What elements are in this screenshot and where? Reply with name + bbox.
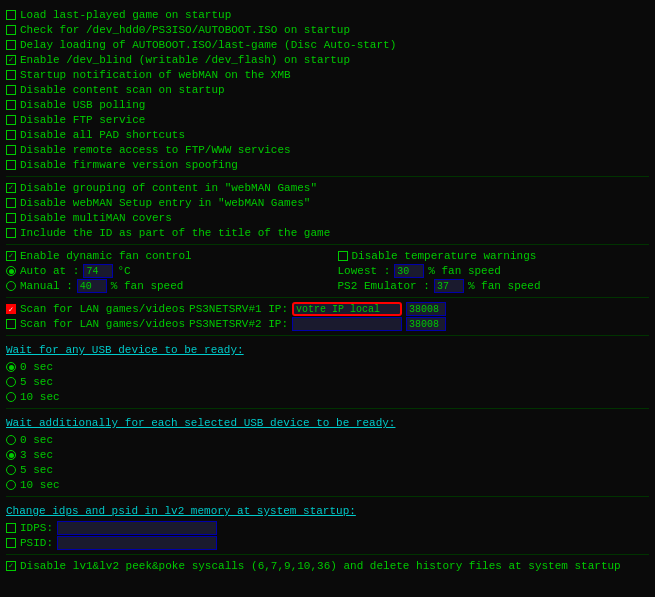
idps-section: Change idps and psid in lv2 memory at sy… [6,496,649,554]
auto-fan-rb[interactable] [6,266,16,276]
startup-notif-row: Startup notification of webMAN on the XM… [6,68,649,82]
scan2-srv: PS3NETSRV#2 IP: [189,318,288,330]
disable-temp-cb[interactable] [338,251,348,261]
usb-wait-10s-row: 10 sec [6,390,649,404]
delay-autoboot-cb[interactable] [6,40,16,50]
enable-dynamic-fan-row: Enable dynamic fan control [6,249,318,263]
disable-pad-label: Disable all PAD shortcuts [20,128,185,142]
usb-wait2-5s-row: 5 sec [6,463,649,477]
enable-dynamic-fan-cb[interactable] [6,251,16,261]
idps-cb[interactable] [6,523,16,533]
idps-title: Change idps and psid in lv2 memory at sy… [6,504,356,518]
idps-label: IDPS: [20,522,53,534]
psid-label: PSID: [20,537,53,549]
disable-remote-cb[interactable] [6,145,16,155]
startup-section: Load last-played game on startup Check f… [6,4,649,176]
lan-section: Scan for LAN games/videos PS3NETSRV#1 IP… [6,297,649,335]
delay-autoboot-label: Delay loading of AUTOBOOT.ISO/last-game … [20,38,396,52]
usb-wait2-5s-label: 5 sec [20,463,53,477]
load-last-game-cb[interactable] [6,10,16,20]
usb-wait2-3s-label: 3 sec [20,448,53,462]
load-last-game-row: Load last-played game on startup [6,8,649,22]
startup-notif-cb[interactable] [6,70,16,80]
disable-content-scan-label: Disable content scan on startup [20,83,225,97]
usb-wait2-5s-rb[interactable] [6,465,16,475]
main-container: Load last-played game on startup Check f… [0,0,655,581]
disable-firmware-cb[interactable] [6,160,16,170]
disable-pad-cb[interactable] [6,130,16,140]
load-last-game-label: Load last-played game on startup [20,8,231,22]
scan2-port-input[interactable] [406,317,446,331]
scan1-cb[interactable] [6,304,16,314]
manual-speed-input[interactable] [77,279,107,293]
disable-multiman-cb[interactable] [6,213,16,223]
disable-temp-label: Disable temperature warnings [352,249,537,263]
disable-setup-cb[interactable] [6,198,16,208]
usb-wait2-0s-label: 0 sec [20,433,53,447]
manual-unit: % fan speed [111,280,184,292]
enable-dynamic-fan-label: Enable dynamic fan control [20,249,192,263]
disable-grouping-row: Disable grouping of content in "webMAN G… [6,181,649,195]
idps-row: IDPS: [6,521,649,535]
disable-content-scan-cb[interactable] [6,85,16,95]
scan2-ip-input[interactable] [292,317,402,331]
disable-remote-label: Disable remote access to FTP/WWW service… [20,143,291,157]
disable-firmware-row: Disable firmware version spoofing [6,158,649,172]
include-id-label: Include the ID as part of the title of t… [20,226,330,240]
disable-multiman-label: Disable multiMAN covers [20,211,172,225]
psid-cb[interactable] [6,538,16,548]
check-ps3iso-cb[interactable] [6,25,16,35]
disable-usb-polling-label: Disable USB polling [20,98,145,112]
idps-input[interactable] [57,521,217,535]
usb-wait-0s-row: 0 sec [6,360,649,374]
auto-label: Auto at : [20,265,79,277]
disable-multiman-row: Disable multiMAN covers [6,211,649,225]
manual-fan-rb[interactable] [6,281,16,291]
auto-temp-input[interactable] [83,264,113,278]
usb-wait2-0s-row: 0 sec [6,433,649,447]
usb-wait-0s-label: 0 sec [20,360,53,374]
enable-dev-blind-row: Enable /dev_blind (writable /dev_flash) … [6,53,649,67]
auto-unit: °C [117,265,130,277]
usb-wait2-10s-label: 10 sec [20,478,60,492]
ps2-unit: % fan speed [468,280,541,292]
lowest-speed-input[interactable] [394,264,424,278]
disable-setup-label: Disable webMAN Setup entry in "webMAN Ga… [20,196,310,210]
disable-ftp-cb[interactable] [6,115,16,125]
scan1-ip-input[interactable] [292,302,402,316]
usb-wait2-3s-rb[interactable] [6,450,16,460]
scan2-cb[interactable] [6,319,16,329]
idps-title-row: Change idps and psid in lv2 memory at sy… [6,501,649,520]
usb-wait2-0s-rb[interactable] [6,435,16,445]
usb-wait-5s-rb[interactable] [6,377,16,387]
ps2-speed-input[interactable] [434,279,464,293]
check-ps3iso-label: Check for /dev_hdd0/PS3ISO/AUTOBOOT.ISO … [20,23,350,37]
disable-grouping-cb[interactable] [6,183,16,193]
usb-wait2-10s-rb[interactable] [6,480,16,490]
ps2-label: PS2 Emulator : [338,280,430,292]
psid-input[interactable] [57,536,217,550]
usb-wait-section: Wait for any USB device to be ready: 0 s… [6,335,649,408]
disable-ftp-row: Disable FTP service [6,113,649,127]
usb-wait2-title-row: Wait additionally for each selected USB … [6,413,649,432]
usb-wait-10s-rb[interactable] [6,392,16,402]
scan1-port-input[interactable] [406,302,446,316]
disable-usb-polling-cb[interactable] [6,100,16,110]
disable-lv1-row: Disable lv1&lv2 peek&poke syscalls (6,7,… [6,559,649,573]
disable-firmware-label: Disable firmware version spoofing [20,158,238,172]
include-id-cb[interactable] [6,228,16,238]
disable-lv1-cb[interactable] [6,561,16,571]
usb-wait-0s-rb[interactable] [6,362,16,372]
disable-pad-row: Disable all PAD shortcuts [6,128,649,142]
usb-wait2-10s-row: 10 sec [6,478,649,492]
ps2-fan-row: PS2 Emulator : % fan speed [338,279,650,293]
enable-dev-blind-cb[interactable] [6,55,16,65]
disable-lv1-label: Disable lv1&lv2 peek&poke syscalls (6,7,… [20,559,621,573]
usb-wait-10s-label: 10 sec [20,390,60,404]
usb-wait-5s-row: 5 sec [6,375,649,389]
scan1-row: Scan for LAN games/videos PS3NETSRV#1 IP… [6,302,649,316]
disable-ftp-label: Disable FTP service [20,113,145,127]
fan-section: Enable dynamic fan control Auto at : °C … [6,244,649,297]
lowest-unit: % fan speed [428,265,501,277]
disable-setup-row: Disable webMAN Setup entry in "webMAN Ga… [6,196,649,210]
